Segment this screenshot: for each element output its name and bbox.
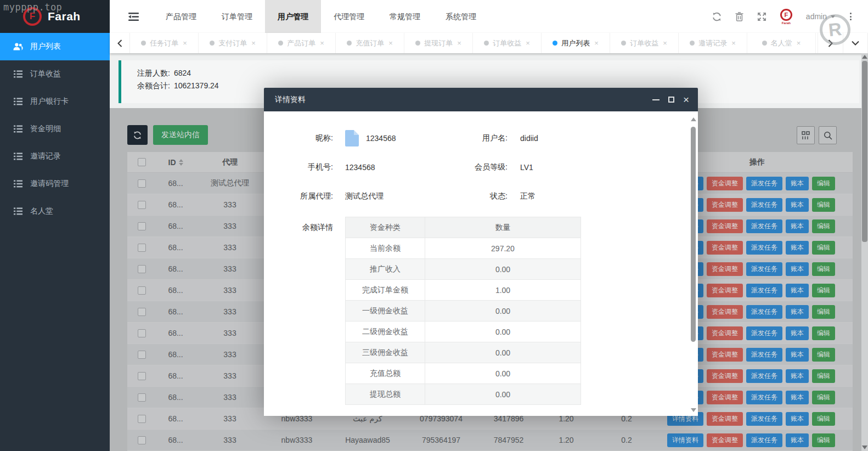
header-id[interactable]: ID (156, 158, 195, 167)
tab-close-icon[interactable]: × (457, 39, 461, 47)
search-icon[interactable] (819, 126, 837, 144)
action-dispatch-task-button[interactable]: 派发任务 (746, 177, 782, 190)
action-edit-button[interactable]: 编辑 (812, 391, 835, 404)
tab-close-icon[interactable]: × (251, 39, 256, 47)
action-adjust-funds-button[interactable]: 资金调整 (707, 241, 743, 255)
close-icon[interactable]: × (683, 94, 689, 105)
tab-7[interactable]: 订单收益× (610, 33, 679, 53)
row-checkbox[interactable] (138, 265, 146, 273)
action-ledger-button[interactable]: 账本 (786, 284, 809, 297)
modal-scrollbar[interactable] (689, 112, 697, 415)
tab-close-icon[interactable]: × (594, 39, 599, 47)
more-menu-icon[interactable] (849, 12, 853, 21)
action-edit-button[interactable]: 编辑 (812, 348, 835, 362)
action-ledger-button[interactable]: 账本 (786, 412, 809, 426)
sidebar-item-2[interactable]: 用户银行卡 (0, 88, 110, 115)
sidebar-item-1[interactable]: 订单收益 (0, 60, 110, 88)
nav-item-2[interactable]: 用户管理 (265, 0, 321, 33)
tab-0[interactable]: 任务订单× (130, 33, 199, 53)
action-ledger-button[interactable]: 账本 (786, 219, 809, 233)
sort-icon[interactable] (179, 159, 183, 166)
action-dispatch-task-button[interactable]: 派发任务 (746, 284, 782, 297)
action-adjust-funds-button[interactable]: 资金调整 (707, 348, 743, 362)
page-scrollbar[interactable] (861, 53, 868, 451)
action-dispatch-task-button[interactable]: 派发任务 (746, 369, 782, 383)
action-ledger-button[interactable]: 账本 (786, 198, 809, 212)
tab-close-icon[interactable]: × (320, 39, 324, 47)
row-checkbox[interactable] (138, 351, 146, 359)
sidebar-item-6[interactable]: 名人堂 (0, 198, 110, 225)
action-edit-button[interactable]: 编辑 (812, 305, 835, 319)
row-checkbox[interactable] (138, 244, 146, 252)
tabs-scroll-left[interactable] (110, 33, 130, 53)
row-checkbox[interactable] (138, 436, 146, 444)
tab-1[interactable]: 支付订单× (199, 33, 267, 53)
action-dispatch-task-button[interactable]: 派发任务 (746, 219, 782, 233)
nav-item-5[interactable]: 系统管理 (433, 0, 489, 33)
tab-close-icon[interactable]: × (797, 39, 801, 47)
action-edit-button[interactable]: 编辑 (812, 177, 835, 190)
action-edit-button[interactable]: 编辑 (812, 412, 835, 426)
action-dispatch-task-button[interactable]: 派发任务 (746, 198, 782, 212)
tab-8[interactable]: 邀请记录× (679, 33, 747, 53)
trash-icon[interactable] (735, 12, 743, 21)
tab-6[interactable]: 用户列表× (542, 33, 610, 53)
maximize-icon[interactable] (668, 97, 674, 103)
action-dispatch-task-button[interactable]: 派发任务 (746, 241, 782, 255)
row-checkbox[interactable] (138, 179, 146, 188)
action-edit-button[interactable]: 编辑 (812, 369, 835, 383)
tab-close-icon[interactable]: × (526, 39, 530, 47)
action-detail-button[interactable]: 详情资料 (667, 433, 703, 447)
action-ledger-button[interactable]: 账本 (786, 326, 809, 340)
nav-item-3[interactable]: 代理管理 (321, 0, 377, 33)
tab-close-icon[interactable]: × (183, 39, 187, 47)
action-ledger-button[interactable]: 账本 (786, 241, 809, 255)
row-checkbox[interactable] (138, 286, 146, 295)
action-edit-button[interactable]: 编辑 (812, 326, 835, 340)
action-edit-button[interactable]: 编辑 (812, 241, 835, 255)
tab-close-icon[interactable]: × (663, 39, 667, 47)
row-checkbox[interactable] (138, 201, 146, 209)
action-dispatch-task-button[interactable]: 派发任务 (746, 326, 782, 340)
sidebar-item-5[interactable]: 邀请码管理 (0, 170, 110, 198)
action-edit-button[interactable]: 编辑 (812, 219, 835, 233)
action-dispatch-task-button[interactable]: 派发任务 (746, 305, 782, 319)
sidebar-item-4[interactable]: 邀请记录 (0, 143, 110, 170)
action-ledger-button[interactable]: 账本 (786, 305, 809, 319)
refresh-icon[interactable] (712, 12, 722, 21)
row-checkbox[interactable] (138, 372, 146, 380)
tab-close-icon[interactable]: × (731, 39, 736, 47)
scroll-up-icon[interactable] (862, 55, 867, 59)
fullscreen-icon[interactable] (757, 12, 766, 21)
nav-item-0[interactable]: 产品管理 (153, 0, 209, 33)
select-all-checkbox[interactable] (138, 158, 146, 166)
action-adjust-funds-button[interactable]: 资金调整 (707, 305, 743, 319)
action-adjust-funds-button[interactable]: 资金调整 (707, 412, 743, 426)
sidebar-item-3[interactable]: 资金明细 (0, 115, 110, 143)
row-checkbox[interactable] (138, 393, 146, 402)
action-ledger-button[interactable]: 账本 (786, 391, 809, 404)
scroll-down-icon[interactable] (862, 446, 867, 449)
action-dispatch-task-button[interactable]: 派发任务 (746, 433, 782, 447)
action-dispatch-task-button[interactable]: 派发任务 (746, 348, 782, 362)
action-ledger-button[interactable]: 账本 (786, 348, 809, 362)
page-scrollbar-thumb[interactable] (862, 61, 867, 242)
tab-5[interactable]: 订单收益× (473, 33, 542, 53)
action-adjust-funds-button[interactable]: 资金调整 (707, 326, 743, 340)
action-adjust-funds-button[interactable]: 资金调整 (707, 219, 743, 233)
collapse-menu-icon[interactable] (128, 13, 139, 21)
action-edit-button[interactable]: 编辑 (812, 284, 835, 297)
columns-icon[interactable] (797, 126, 815, 144)
send-message-button[interactable]: 发送站内信 (153, 125, 208, 145)
action-adjust-funds-button[interactable]: 资金调整 (707, 391, 743, 404)
action-adjust-funds-button[interactable]: 资金调整 (707, 198, 743, 212)
row-checkbox[interactable] (138, 308, 146, 316)
action-adjust-funds-button[interactable]: 资金调整 (707, 177, 743, 190)
scroll-up-icon[interactable] (691, 117, 696, 121)
action-adjust-funds-button[interactable]: 资金调整 (707, 262, 743, 276)
scroll-down-icon[interactable] (691, 408, 696, 412)
modal-header[interactable]: 详情资料 × (264, 88, 698, 111)
action-ledger-button[interactable]: 账本 (786, 177, 809, 190)
row-checkbox[interactable] (138, 222, 146, 230)
action-adjust-funds-button[interactable]: 资金调整 (707, 369, 743, 383)
